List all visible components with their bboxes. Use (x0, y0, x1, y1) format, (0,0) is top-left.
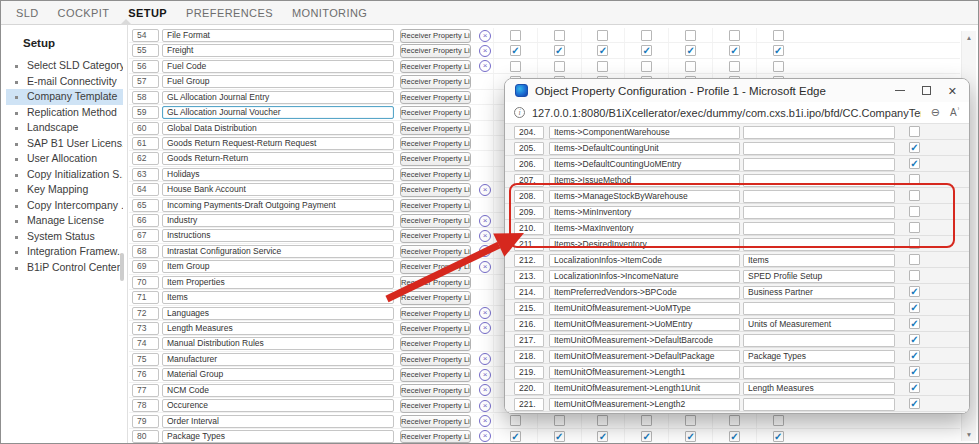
property-value-field[interactable] (743, 398, 895, 411)
receiver-property-list-button[interactable]: Receiver Property List (400, 368, 471, 382)
nav-tab-setup[interactable]: SETUP (128, 7, 167, 19)
object-name-field[interactable]: Goods Return-Return (162, 152, 394, 165)
object-name-field[interactable]: Manual Distribution Rules (162, 337, 394, 350)
checkbox[interactable] (729, 30, 740, 41)
popup-titlebar[interactable]: Object Property Configuration - Profile … (505, 79, 969, 102)
property-checkbox[interactable] (909, 222, 920, 233)
sidebar-item[interactable]: Landscape (6, 120, 123, 136)
checkbox[interactable] (597, 61, 608, 72)
remove-icon[interactable]: × (479, 307, 491, 319)
sidebar-item[interactable]: Manage License (6, 213, 123, 229)
property-name-field[interactable]: ItemUnitOfMeasurement->UoMEntry (549, 318, 740, 331)
read-aloud-icon[interactable]: Aʾ (950, 107, 960, 118)
remove-icon[interactable]: × (479, 230, 491, 242)
property-checkbox[interactable] (909, 254, 920, 265)
property-value-field[interactable]: Package Types (743, 350, 895, 363)
property-value-field[interactable] (743, 142, 895, 155)
property-checkbox[interactable]: ✓ (909, 350, 920, 361)
property-checkbox[interactable]: ✓ (909, 398, 920, 409)
property-name-field[interactable]: Items->IssueMethod (549, 174, 740, 187)
object-name-field[interactable]: Package Types (162, 430, 394, 443)
property-value-field[interactable] (743, 302, 895, 315)
object-name-field[interactable]: Holidays (162, 168, 394, 181)
sidebar-item[interactable]: Replication Method (6, 105, 123, 121)
remove-icon[interactable]: × (479, 353, 491, 365)
checkbox[interactable] (597, 415, 608, 426)
checkbox[interactable] (685, 61, 696, 72)
remove-icon[interactable]: × (479, 45, 491, 57)
object-name-field[interactable]: NCM Code (162, 384, 394, 397)
object-name-field[interactable]: Fuel Group (162, 75, 394, 88)
receiver-property-list-button[interactable]: Receiver Property List (400, 276, 471, 290)
scroll-up-icon[interactable]: ▲ (962, 31, 976, 44)
property-value-field[interactable] (743, 334, 895, 347)
property-checkbox[interactable] (909, 126, 920, 137)
sidebar-item[interactable]: Copy Intercompany ... (6, 198, 123, 214)
checkbox[interactable]: ✓ (729, 431, 740, 442)
sidebar-item[interactable]: User Allocation (6, 151, 123, 167)
property-value-field[interactable] (743, 366, 895, 379)
checkbox[interactable]: ✓ (773, 45, 784, 56)
remove-icon[interactable]: × (479, 369, 491, 381)
checkbox[interactable] (554, 415, 565, 426)
receiver-property-list-button[interactable]: Receiver Property List (400, 384, 471, 398)
remove-icon[interactable]: × (479, 415, 491, 427)
receiver-property-list-button[interactable]: Receiver Property List (400, 260, 471, 274)
property-name-field[interactable]: Items->ManageStockByWarehouse (549, 190, 740, 203)
sidebar-item[interactable]: Company Template (6, 89, 123, 105)
receiver-property-list-button[interactable]: Receiver Property List (400, 229, 471, 243)
checkbox[interactable] (641, 61, 652, 72)
receiver-property-list-button[interactable]: Receiver Property List (400, 122, 471, 136)
property-checkbox[interactable] (909, 206, 920, 217)
nav-tab-monitoring[interactable]: MONITORING (292, 7, 367, 19)
checkbox[interactable]: ✓ (685, 431, 696, 442)
receiver-property-list-button[interactable]: Receiver Property List (400, 91, 471, 105)
checkbox[interactable] (554, 61, 565, 72)
property-value-field[interactable] (743, 158, 895, 171)
checkbox[interactable]: ✓ (641, 45, 652, 56)
property-checkbox[interactable] (909, 190, 920, 201)
checkbox[interactable] (685, 30, 696, 41)
nav-tab-sld[interactable]: SLD (16, 7, 39, 19)
checkbox[interactable] (729, 61, 740, 72)
checkbox[interactable] (773, 61, 784, 72)
object-name-field[interactable]: Goods Return Request-Return Request (162, 137, 394, 150)
receiver-property-list-button[interactable]: Receiver Property List (400, 322, 471, 336)
property-name-field[interactable]: ItemUnitOfMeasurement->Length1 (549, 366, 740, 379)
sidebar-item[interactable]: Integration Framew... (6, 244, 123, 260)
checkbox[interactable] (554, 30, 565, 41)
checkbox[interactable] (685, 415, 696, 426)
receiver-property-list-button[interactable]: Receiver Property List (400, 245, 471, 259)
property-checkbox[interactable] (909, 238, 920, 249)
receiver-property-list-button[interactable]: Receiver Property List (400, 353, 471, 367)
remove-icon[interactable]: × (479, 261, 491, 273)
property-value-field[interactable] (743, 206, 895, 219)
checkbox[interactable] (510, 415, 521, 426)
object-name-field[interactable]: Instructions (162, 229, 394, 242)
object-name-field[interactable]: Material Group (162, 368, 394, 381)
checkbox[interactable] (510, 30, 521, 41)
object-name-field[interactable]: Occurence (162, 399, 394, 412)
object-name-field[interactable]: House Bank Account (162, 183, 394, 196)
property-value-field[interactable]: Length Measures (743, 382, 895, 395)
property-name-field[interactable]: ItemUnitOfMeasurement->UoMType (549, 302, 740, 315)
receiver-property-list-button[interactable]: Receiver Property List (400, 199, 471, 213)
property-name-field[interactable]: LocalizationInfos->IncomeNature (549, 270, 740, 283)
receiver-property-list-button[interactable]: Receiver Property List (400, 152, 471, 166)
object-name-field[interactable]: Length Measures (162, 322, 394, 335)
receiver-property-list-button[interactable]: Receiver Property List (400, 183, 471, 197)
checkbox[interactable]: ✓ (685, 45, 696, 56)
object-name-field[interactable]: File Format (162, 29, 394, 42)
close-button[interactable]: ✕ (948, 86, 957, 96)
checkbox[interactable] (597, 30, 608, 41)
property-name-field[interactable]: ItemPreferredVendors->BPCode (549, 286, 740, 299)
property-value-field[interactable]: Units of Measurement (743, 318, 895, 331)
checkbox[interactable]: ✓ (554, 431, 565, 442)
receiver-property-list-button[interactable]: Receiver Property List (400, 415, 471, 429)
receiver-property-list-button[interactable]: Receiver Property List (400, 29, 471, 43)
sidebar-scrollbar-thumb[interactable] (120, 253, 124, 281)
property-name-field[interactable]: ItemUnitOfMeasurement->DefaultBarcode (549, 334, 740, 347)
nav-tab-cockpit[interactable]: COCKPIT (58, 7, 110, 19)
maximize-button[interactable] (922, 86, 931, 95)
checkbox[interactable]: ✓ (773, 431, 784, 442)
